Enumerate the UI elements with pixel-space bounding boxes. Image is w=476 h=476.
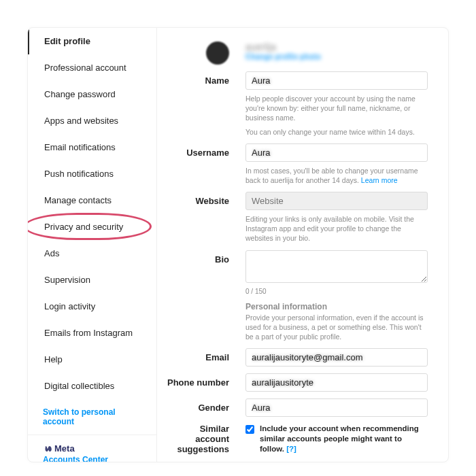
sidebar-item-emails-instagram[interactable]: Emails from Instagram (28, 320, 156, 346)
meta-brand-text: Meta (54, 443, 75, 454)
sidebar-list: Edit profile Professional account Change… (28, 28, 156, 435)
sidebar-item-help[interactable]: Help (28, 346, 156, 373)
gender-input[interactable] (245, 398, 428, 417)
settings-sidebar: Edit profile Professional account Change… (28, 28, 157, 462)
learn-more-link[interactable]: Learn more (361, 176, 398, 184)
username-row: Username In most cases, you'll be able t… (164, 143, 428, 185)
similar-label: Similar account suggestions (164, 424, 245, 454)
username-help: In most cases, you'll be able to change … (245, 166, 428, 185)
name-row: Name Help people discover your account b… (164, 71, 428, 137)
personal-info-title: Personal information (245, 302, 428, 311)
phone-input[interactable] (245, 373, 428, 392)
website-label: Website (164, 192, 245, 206)
phone-row: Phone number (164, 373, 428, 392)
sidebar-item-login-activity[interactable]: Login activity (28, 293, 156, 320)
sidebar-item-edit-profile[interactable]: Edit profile (28, 28, 156, 54)
sidebar-item-privacy-security[interactable]: Privacy and security (28, 214, 156, 240)
personal-info-help: Provide your personal information, even … (245, 313, 428, 342)
avatar-row: auerlija Change profile photo (164, 41, 428, 65)
sidebar-item-manage-contacts[interactable]: Manage contacts (28, 187, 156, 214)
email-input[interactable] (245, 348, 428, 367)
email-label: Email (164, 348, 245, 362)
sidebar-item-apps-websites[interactable]: Apps and websites (28, 107, 156, 134)
name-input[interactable] (245, 71, 428, 90)
similar-help-link[interactable]: [?] (286, 445, 296, 453)
username-input[interactable] (245, 143, 428, 162)
edit-profile-form: auerlija Change profile photo Name Help … (157, 28, 448, 462)
website-input (245, 192, 428, 210)
settings-card: Edit profile Professional account Change… (27, 27, 449, 462)
similar-row: Similar account suggestions Include your… (164, 424, 428, 454)
sidebar-item-supervision[interactable]: Supervision (28, 267, 156, 293)
sidebar-item-ads[interactable]: Ads (28, 240, 156, 267)
name-help-2: You can only change your name twice with… (245, 127, 428, 137)
website-row: Website Editing your links is only avail… (164, 192, 428, 243)
gender-row: Gender (164, 398, 428, 417)
bio-row: Bio 0 / 150 Personal information Provide… (164, 250, 428, 342)
change-photo-link[interactable]: Change profile photo (245, 52, 428, 61)
sidebar-item-email-notifications[interactable]: Email notifications (28, 134, 156, 160)
phone-label: Phone number (164, 373, 245, 388)
sidebar-item-digital-collectibles[interactable]: Digital collectibles (28, 373, 156, 399)
sidebar-accounts-center[interactable]: Meta Accounts Center Control settings fo… (28, 435, 156, 462)
avatar[interactable] (206, 41, 229, 65)
gender-label: Gender (164, 398, 245, 413)
similar-checkbox-label: Include your account when recommending s… (260, 424, 428, 454)
submit-row-wrap: Submit Temporarily deactivate my account (164, 461, 428, 462)
username-label: Username (164, 143, 245, 158)
meta-logo: Meta (43, 443, 146, 454)
switch-account-type-link[interactable]: Switch to personal account (28, 399, 156, 435)
sidebar-item-push-notifications[interactable]: Push notifications (28, 160, 156, 187)
bio-counter: 0 / 150 (245, 288, 428, 295)
sidebar-item-change-password[interactable]: Change password (28, 81, 156, 107)
meta-icon (43, 444, 52, 454)
name-label: Name (164, 71, 245, 86)
website-help: Editing your links is only available on … (245, 214, 428, 243)
bio-label: Bio (164, 250, 245, 265)
email-row: Email (164, 348, 428, 367)
profile-handle: auerlija (245, 41, 428, 52)
sidebar-item-professional-account[interactable]: Professional account (28, 54, 156, 81)
name-help-1: Help people discover your account by usi… (245, 94, 428, 123)
bio-input[interactable] (245, 250, 428, 283)
accounts-center-link[interactable]: Accounts Center (43, 455, 146, 462)
similar-checkbox[interactable] (245, 425, 254, 434)
